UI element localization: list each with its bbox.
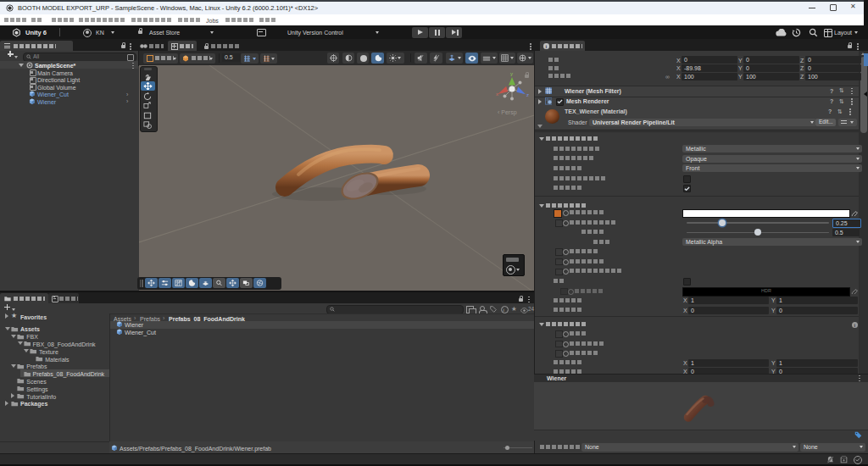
svg-text:z: z bbox=[526, 92, 529, 97]
svg-text:y: y bbox=[510, 71, 513, 76]
svg-text:x: x bbox=[496, 92, 498, 97]
